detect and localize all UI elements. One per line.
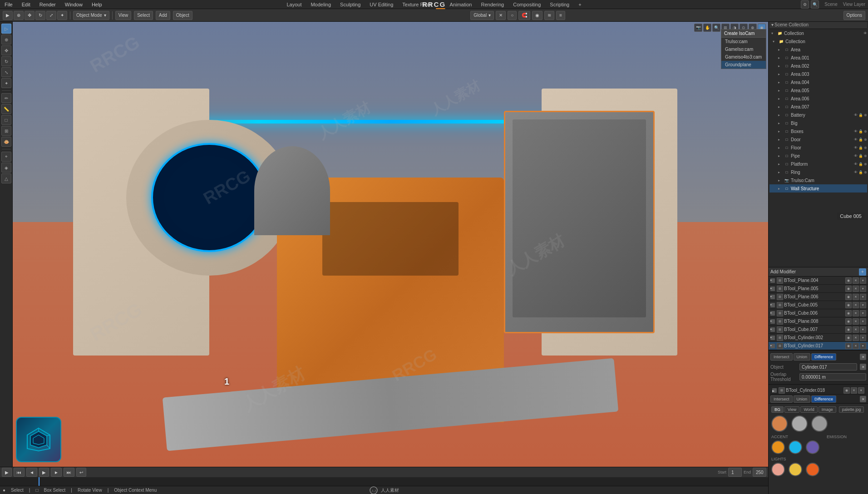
viewport-icon-zoom[interactable]: 🔍 bbox=[712, 24, 720, 32]
mod-op2-5[interactable]: ✕ bbox=[853, 318, 859, 325]
toolbar-add[interactable]: Add bbox=[156, 11, 170, 20]
menu-render[interactable]: Render bbox=[38, 2, 58, 7]
tool-move[interactable]: ✥ bbox=[1, 45, 11, 55]
tab-add[interactable]: + bbox=[574, 0, 586, 9]
swatch-purple[interactable] bbox=[806, 440, 819, 454]
toolbar-more[interactable]: ≡ bbox=[556, 11, 565, 20]
tree-visibility-icon[interactable]: 👁 🔒 ⊕ bbox=[854, 162, 867, 166]
tree-visibility-icon[interactable]: 👁 🔒 ⊕ bbox=[854, 146, 867, 150]
modifier-item-1[interactable]: ▸ ⊞ BTool_Plane.005 ◉ ✕ ▾ bbox=[769, 285, 868, 293]
tree-item-truiso-cam[interactable]: ▸📷TruIso:Cam bbox=[769, 176, 867, 184]
toolbar-view[interactable]: View bbox=[115, 11, 132, 20]
header-icon-2[interactable]: 🔍 bbox=[811, 0, 819, 9]
header-icon-1[interactable]: ⚙ bbox=[801, 0, 809, 9]
tool-extra3[interactable]: △ bbox=[1, 173, 11, 183]
anim-step-back-btn[interactable]: ◄ bbox=[26, 468, 37, 477]
tool-measure[interactable]: 📏 bbox=[1, 104, 11, 114]
swatch-gray1[interactable] bbox=[791, 415, 808, 432]
mod-icon-5[interactable]: ⊞ bbox=[777, 318, 783, 325]
toolbar-proportional2[interactable]: ◉ bbox=[532, 11, 542, 20]
mod-op1-5[interactable]: ◉ bbox=[845, 318, 852, 325]
anim-step-fwd-btn[interactable]: ► bbox=[51, 468, 62, 477]
bool2-cam-btn[interactable]: ⊞ bbox=[779, 387, 785, 394]
cam-option-gameiso[interactable]: GameIso:cam bbox=[721, 45, 766, 53]
cam-option-groundplane[interactable]: Groundplane bbox=[721, 61, 766, 69]
tree-item-area-002[interactable]: ▸□Area.002 bbox=[769, 62, 867, 70]
mod-icon-8[interactable]: ⊞ bbox=[777, 343, 783, 349]
mod-op2-3[interactable]: ✕ bbox=[853, 302, 859, 308]
tree-item-area-004[interactable]: ▸□Area.004 bbox=[769, 78, 867, 86]
mod-op1-1[interactable]: ◉ bbox=[845, 286, 852, 292]
tree-item-door[interactable]: ▸□Door👁 🔒 ⊕ bbox=[769, 135, 867, 143]
toolbar-btn-x[interactable]: ✕ bbox=[496, 11, 506, 20]
tree-item-pipe[interactable]: ▸□Pipe👁 🔒 ⊕ bbox=[769, 152, 867, 160]
tool-add-monkey[interactable]: 🐵 bbox=[1, 137, 11, 147]
tree-collection[interactable]: ▾ 📁 Collection 👁 bbox=[769, 29, 867, 37]
toolbar-snap[interactable]: 🧲 bbox=[518, 11, 530, 20]
mod-op3-6[interactable]: ▾ bbox=[860, 326, 866, 333]
tree-item-area-003[interactable]: ▸□Area.003 bbox=[769, 70, 867, 78]
modifier-item-3[interactable]: ▸ ⊞ BTool_Cube.005 ◉ ✕ ▾ bbox=[769, 301, 868, 309]
toolbar-mirror[interactable]: ≋ bbox=[544, 11, 554, 20]
toolbar-object[interactable]: Object bbox=[173, 11, 192, 20]
add-modifier-btn[interactable]: + bbox=[859, 268, 866, 276]
bool-close-1[interactable]: ✕ bbox=[860, 354, 866, 360]
tab-compositing[interactable]: Compositing bbox=[508, 0, 545, 9]
toolbar-icon-move[interactable]: ✥ bbox=[25, 11, 35, 20]
mod-op1-3[interactable]: ◉ bbox=[845, 302, 852, 308]
mod-op1-4[interactable]: ◉ bbox=[845, 310, 852, 316]
modifier-item-8[interactable]: ▸ ⊞ BTool_Cylinder.017 ◉ ✕ ▾ bbox=[769, 342, 868, 350]
tree-item-big[interactable]: ▸□Big bbox=[769, 119, 867, 127]
camera-dropdown[interactable]: Create IsoCam TruIso:cam GameIso:cam Gam… bbox=[721, 29, 766, 69]
mod-op3-7[interactable]: ▾ bbox=[860, 335, 866, 341]
swatch-light-orange[interactable] bbox=[806, 463, 819, 476]
intersect-btn-2[interactable]: Intersect bbox=[770, 395, 793, 403]
viewport-icon-camera[interactable]: 📷 bbox=[694, 24, 702, 32]
anim-next-btn[interactable]: ⏭ bbox=[64, 468, 74, 477]
mod-op3-2[interactable]: ▾ bbox=[860, 294, 866, 300]
mod-op2-6[interactable]: ✕ bbox=[853, 326, 859, 333]
swatch-cyan[interactable] bbox=[789, 440, 802, 454]
bool2-op3[interactable]: ▾ bbox=[858, 387, 864, 394]
swatch-light-yellow[interactable] bbox=[789, 463, 802, 476]
mod-op2-2[interactable]: ✕ bbox=[853, 294, 859, 300]
object-mode-dropdown[interactable]: Object Mode ▾ bbox=[73, 11, 109, 20]
toolbar-icon-select[interactable]: ▶ bbox=[3, 11, 13, 20]
global-dropdown[interactable]: Global ▾ bbox=[470, 11, 494, 20]
tree-item-battery[interactable]: ▸□Battery👁 🔒 ⊕ bbox=[769, 111, 867, 119]
mod-icon-4[interactable]: ⊞ bbox=[777, 310, 783, 316]
tree-item-area[interactable]: ▸□Area bbox=[769, 45, 867, 54]
mod-op1-8[interactable]: ◉ bbox=[845, 343, 852, 349]
menu-file[interactable]: File bbox=[3, 2, 15, 7]
tool-rotate[interactable]: ↻ bbox=[1, 56, 11, 66]
3d-viewport[interactable]: RRCG 人人素材 RRCG 人人素材 RRCG RRCG 人人素材 人人素材 bbox=[13, 22, 768, 467]
mod-icon-0[interactable]: ⊞ bbox=[777, 277, 783, 284]
tab-sculpting[interactable]: Sculpting bbox=[335, 0, 365, 9]
mod-icon-2[interactable]: ⊞ bbox=[777, 294, 783, 300]
mod-op3-4[interactable]: ▾ bbox=[860, 310, 866, 316]
scene-tree[interactable]: ▾ Scene Collection ▾ 📁 Collection 👁 ▾📁Co… bbox=[769, 20, 868, 267]
tree-visibility-icon[interactable]: 👁 🔒 ⊕ bbox=[854, 170, 867, 174]
modifier-item-6[interactable]: ▸ ⊞ BTool_Cube.007 ◉ ✕ ▾ bbox=[769, 326, 868, 334]
tree-visibility-icon[interactable]: 👁 🔒 ⊕ bbox=[854, 138, 867, 142]
bool2-op2[interactable]: ✕ bbox=[851, 387, 857, 394]
pal-tab-filename[interactable]: palette.jpg bbox=[839, 406, 864, 413]
tree-item-platform[interactable]: ▸□Platform👁 🔒 ⊕ bbox=[769, 160, 867, 168]
tab-scripting[interactable]: Scripting bbox=[545, 0, 574, 9]
intersect-btn-1[interactable]: Intersect bbox=[770, 353, 793, 361]
pal-tab-image[interactable]: Image bbox=[819, 406, 836, 413]
start-frame[interactable]: 1 bbox=[728, 468, 742, 477]
tree-item-area-005[interactable]: ▸□Area.005 bbox=[769, 86, 867, 94]
tool-add-grid[interactable]: ⊞ bbox=[1, 126, 11, 136]
tab-layout[interactable]: Layout bbox=[282, 0, 306, 9]
tool-transform[interactable]: ✦ bbox=[1, 78, 11, 88]
tree-item-vis[interactable]: 👁 bbox=[863, 31, 867, 35]
tree-visibility-icon[interactable]: 👁 🔒 ⊕ bbox=[854, 113, 867, 117]
difference-btn-1[interactable]: Difference bbox=[811, 353, 836, 361]
tree-visibility-icon[interactable]: 👁 🔒 ⊕ bbox=[854, 154, 867, 158]
mod-icon-1[interactable]: ⊞ bbox=[777, 286, 783, 292]
toolbar-select[interactable]: Select bbox=[134, 11, 153, 20]
bool2-mod-item[interactable]: ▸ ⊞ BTool_Cylinder.018 ◉ ✕ ▾ bbox=[770, 386, 866, 395]
swatch-gray2[interactable] bbox=[811, 415, 828, 432]
toolbar-proportional[interactable]: ○ bbox=[508, 11, 517, 20]
